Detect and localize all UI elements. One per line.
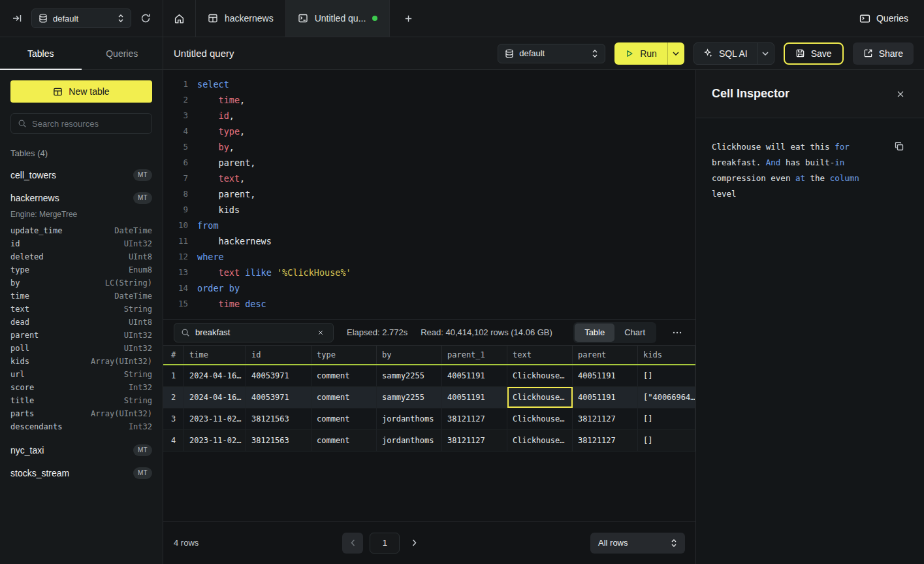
table-cell[interactable]: []	[638, 365, 695, 386]
sidebar-table-hackernews[interactable]: hackernewsMT	[10, 192, 152, 204]
sql-ai-options-button[interactable]	[757, 43, 774, 64]
home-tab[interactable]	[163, 0, 196, 37]
run-button[interactable]: Run	[614, 42, 667, 65]
sidebar-table-stocks_stream[interactable]: stocks_streamMT	[10, 467, 152, 479]
close-inspector-button[interactable]	[893, 86, 908, 102]
table-cell[interactable]: 40051191	[442, 365, 507, 386]
editor-line[interactable]: 13 text ilike '%ClickHouse%'	[171, 265, 695, 280]
sidebar-tab-tables[interactable]: Tables	[0, 37, 82, 69]
results-search-input[interactable]	[195, 327, 310, 337]
sql-ai-button[interactable]: SQL AI	[694, 43, 757, 64]
table-cell[interactable]: 40051191	[442, 387, 507, 408]
table-cell[interactable]: Clickhouse…	[507, 365, 573, 386]
column-row[interactable]: urlString	[10, 368, 152, 381]
table-cell[interactable]: 38121127	[442, 430, 507, 451]
table-cell[interactable]: 38121563	[246, 430, 311, 451]
editor-line[interactable]: 12where	[171, 249, 695, 265]
run-options-button[interactable]	[667, 42, 684, 65]
results-search[interactable]	[174, 323, 334, 342]
editor-line[interactable]: 3 id,	[171, 108, 695, 124]
sidebar-tab-queries[interactable]: Queries	[82, 37, 163, 69]
table-cell[interactable]: sammy2255	[377, 365, 442, 386]
queries-button[interactable]: Queries	[859, 13, 908, 24]
table-row[interactable]: 42023-11-02…38121563commentjordanthoms38…	[163, 430, 695, 452]
table-cell[interactable]: jordanthoms	[377, 408, 442, 429]
editor-line[interactable]: 11 hackernews	[171, 233, 695, 249]
table-cell[interactable]: Clickhouse…	[507, 387, 573, 408]
table-cell[interactable]: 40053971	[246, 365, 311, 386]
column-row[interactable]: deletedUInt8	[10, 250, 152, 263]
table-cell[interactable]: []	[638, 430, 695, 451]
editor-line[interactable]: 5 by,	[171, 139, 695, 155]
table-row[interactable]: 12024-04-16…40053971commentsammy22554005…	[163, 365, 695, 387]
query-database-selector[interactable]: default	[498, 44, 605, 63]
column-row[interactable]: titleString	[10, 394, 152, 407]
view-toggle-chart[interactable]: Chart	[614, 323, 655, 342]
column-header-text[interactable]: text	[507, 346, 573, 364]
next-page-button[interactable]	[406, 533, 422, 554]
save-button[interactable]: Save	[784, 42, 844, 65]
column-row[interactable]: textString	[10, 303, 152, 316]
table-cell[interactable]: 38121127	[573, 430, 638, 451]
editor-line[interactable]: 4 type,	[171, 124, 695, 139]
column-row[interactable]: typeEnum8	[10, 263, 152, 276]
editor-line[interactable]: 2 time,	[171, 92, 695, 108]
column-row[interactable]: pollUInt32	[10, 342, 152, 355]
editor-line[interactable]: 15 time desc	[171, 296, 695, 312]
column-header-num[interactable]: #	[163, 346, 184, 364]
editor-line[interactable]: 1select	[171, 76, 695, 92]
page-size-select[interactable]: All rows	[590, 533, 685, 554]
table-cell[interactable]: 40051191	[573, 365, 638, 386]
tab-hackernews[interactable]: hackernews	[196, 0, 286, 37]
column-header-kids[interactable]: kids	[638, 346, 695, 364]
editor-line[interactable]: 9 kids	[171, 202, 695, 218]
editor-line[interactable]: 8 parent,	[171, 186, 695, 202]
page-number-input[interactable]	[370, 533, 400, 554]
table-row[interactable]: 22024-04-16…40053971commentsammy22554005…	[163, 387, 695, 408]
table-cell[interactable]: 38121127	[573, 408, 638, 429]
column-row[interactable]: descendantsInt32	[10, 420, 152, 433]
editor-line[interactable]: 10from	[171, 218, 695, 233]
table-cell[interactable]: ["40066964…	[638, 387, 695, 408]
sidebar-table-cell_towers[interactable]: cell_towersMT	[10, 169, 152, 181]
column-row[interactable]: scoreInt32	[10, 381, 152, 394]
sidebar-table-nyc_taxi[interactable]: nyc_taxiMT	[10, 444, 152, 456]
table-cell[interactable]: 38121127	[442, 408, 507, 429]
clear-search-button[interactable]	[315, 327, 327, 339]
table-cell[interactable]: 2023-11-02…	[184, 430, 246, 451]
column-row[interactable]: partsArray(UInt32)	[10, 407, 152, 420]
table-cell[interactable]: []	[638, 408, 695, 429]
view-toggle-table[interactable]: Table	[575, 323, 614, 342]
refresh-button[interactable]	[136, 9, 155, 27]
table-cell[interactable]: 2024-04-16…	[184, 387, 246, 408]
column-row[interactable]: timeDateTime	[10, 290, 152, 303]
sql-editor[interactable]: 1select2 time,3 id,4 type,5 by,6 parent,…	[163, 70, 695, 319]
share-button[interactable]: Share	[853, 42, 914, 65]
previous-page-button[interactable]	[342, 533, 363, 554]
editor-line[interactable]: 6 parent,	[171, 155, 695, 171]
table-cell[interactable]: 2024-04-16…	[184, 365, 246, 386]
table-row[interactable]: 32023-11-02…38121563commentjordanthoms38…	[163, 408, 695, 430]
column-row[interactable]: update_timeDateTime	[10, 224, 152, 237]
column-header-parent[interactable]: parent	[573, 346, 638, 364]
column-row[interactable]: deadUInt8	[10, 316, 152, 329]
tab-untitled-query[interactable]: Untitled qu...	[286, 0, 390, 37]
column-row[interactable]: parentUInt32	[10, 329, 152, 342]
table-cell[interactable]: comment	[311, 408, 377, 429]
table-cell[interactable]: comment	[311, 365, 377, 386]
results-more-button[interactable]	[669, 325, 685, 340]
database-selector[interactable]: default	[31, 8, 131, 28]
table-cell[interactable]: 40051191	[573, 387, 638, 408]
column-header-by[interactable]: by	[377, 346, 442, 364]
table-cell[interactable]: 38121563	[246, 408, 311, 429]
column-header-parent_1[interactable]: parent_1	[442, 346, 507, 364]
table-cell[interactable]: Clickhouse…	[507, 408, 573, 429]
table-cell[interactable]: 40053971	[246, 387, 311, 408]
column-header-time[interactable]: time	[184, 346, 246, 364]
table-cell[interactable]: comment	[311, 430, 377, 451]
column-row[interactable]: idUInt32	[10, 237, 152, 250]
new-table-button[interactable]: New table	[10, 80, 152, 103]
copy-cell-button[interactable]	[892, 139, 906, 154]
resource-search[interactable]	[10, 113, 152, 134]
table-cell[interactable]: sammy2255	[377, 387, 442, 408]
